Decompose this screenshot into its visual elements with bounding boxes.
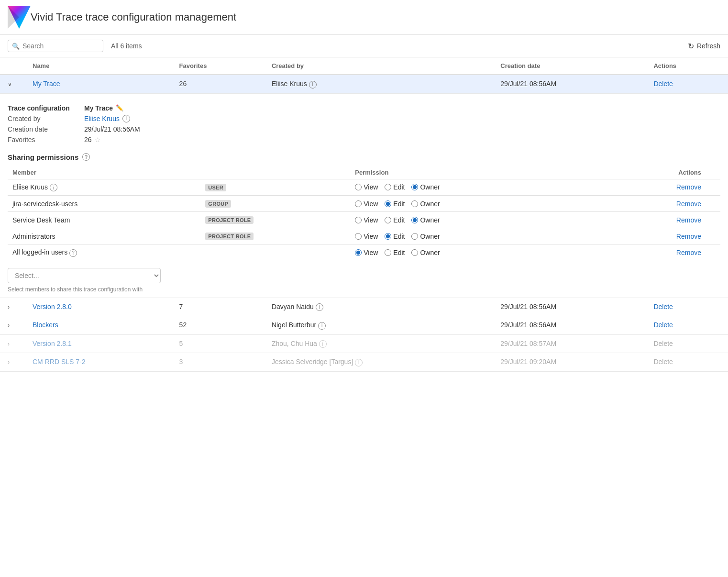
row-created-by: Davyan Naidu i — [264, 298, 493, 316]
detail-grid: Trace configuration My Trace ✏️ Created … — [8, 104, 720, 144]
col-created-by: Created by — [264, 57, 493, 75]
perm-edit-option[interactable]: Edit — [385, 249, 405, 256]
refresh-button[interactable]: ↻ Refresh — [688, 42, 720, 51]
perm-col-actions: Actions — [594, 166, 720, 179]
delete-button[interactable]: Delete — [653, 321, 673, 329]
table-row: ∨ My Trace 26 Eliise Kruus i 29/Jul/21 0… — [0, 75, 728, 93]
delete-button[interactable]: Delete — [653, 80, 673, 88]
item-count: All 6 items — [111, 42, 142, 50]
perm-owner-option[interactable]: Owner — [411, 249, 440, 256]
search-box[interactable]: 🔍 — [8, 40, 103, 52]
row-name-link[interactable]: Blockers — [33, 321, 58, 329]
info-icon[interactable]: ? — [69, 249, 77, 257]
collapse-chevron[interactable]: ∨ — [8, 81, 17, 88]
info-icon[interactable]: i — [355, 359, 363, 366]
trace-config-label: Trace configuration — [8, 104, 84, 112]
remove-button[interactable]: Remove — [676, 249, 701, 256]
perm-owner-option[interactable]: Owner — [411, 200, 440, 208]
table-row: › Version 2.8.0 7 Davyan Naidu i 29/Jul/… — [0, 298, 728, 316]
perm-view-option[interactable]: View — [355, 216, 378, 224]
perm-member-name: All logged-in users ? — [8, 244, 200, 261]
remove-button[interactable]: Remove — [676, 200, 701, 208]
perm-col-permission: Permission — [350, 166, 594, 179]
detail-section: Trace configuration My Trace ✏️ Created … — [8, 99, 720, 293]
perm-badge: PROJECT ROLE — [205, 233, 254, 240]
permission-radio-group: View Edit Owner — [355, 216, 589, 224]
perm-col-member: Member — [8, 166, 200, 179]
page-title: Vivid Trace trace configuration manageme… — [31, 11, 236, 23]
perm-badge: USER — [205, 184, 226, 191]
perm-view-option[interactable]: View — [355, 200, 378, 208]
trace-config-value: My Trace ✏️ — [84, 104, 720, 112]
expand-chevron[interactable]: › — [8, 359, 17, 366]
perm-row: Eliise Kruus i USER View — [8, 179, 720, 196]
delete-button[interactable]: Delete — [653, 358, 673, 366]
refresh-label: Refresh — [697, 42, 720, 50]
perm-view-option[interactable]: View — [355, 183, 378, 191]
delete-button[interactable]: Delete — [653, 303, 673, 311]
perm-owner-option[interactable]: Owner — [411, 216, 440, 224]
table-row: › CM RRD SLS 7-2 3 Jessica Selveridge [T… — [0, 353, 728, 372]
edit-icon[interactable]: ✏️ — [116, 104, 123, 111]
row-creation-date: 29/Jul/21 08:56AM — [493, 75, 646, 93]
created-by-link[interactable]: Eliise Kruus — [84, 115, 120, 122]
row-name-link[interactable]: My Trace — [33, 80, 60, 88]
perm-owner-option[interactable]: Owner — [411, 183, 440, 191]
row-name-link[interactable]: Version 2.8.1 — [33, 340, 72, 347]
star-icon[interactable]: ☆ — [95, 136, 101, 144]
perm-view-option[interactable]: View — [355, 249, 378, 256]
perm-edit-option[interactable]: Edit — [385, 216, 405, 224]
search-input[interactable] — [22, 42, 99, 50]
remove-button[interactable]: Remove — [676, 183, 701, 191]
info-icon[interactable]: i — [50, 184, 57, 191]
perm-member-name: jira-servicedesk-users — [8, 196, 200, 212]
perm-edit-option[interactable]: Edit — [385, 183, 405, 191]
favorites-label: Favorites — [8, 136, 84, 144]
row-name-link[interactable]: CM RRD SLS 7-2 — [33, 358, 85, 366]
col-expand — [0, 57, 25, 75]
perm-row: Service Desk Team PROJECT ROLE View Edi — [8, 212, 720, 228]
perm-badge: PROJECT ROLE — [205, 216, 254, 224]
perm-badge: GROUP — [205, 200, 231, 208]
created-by-label: Created by — [8, 115, 84, 122]
perm-member-name: Service Desk Team — [8, 212, 200, 228]
expand-chevron[interactable]: › — [8, 304, 17, 311]
permissions-table: Member Permission Actions Eliise Kruus — [8, 166, 720, 261]
row-favorites: 5 — [172, 334, 264, 353]
row-name-link[interactable]: Version 2.8.0 — [33, 303, 72, 311]
info-icon[interactable]: i — [319, 340, 327, 348]
info-icon[interactable]: i — [309, 81, 317, 89]
table-row: › Version 2.8.1 5 Zhou, Chu Hua i 29/Jul… — [0, 334, 728, 353]
row-creation-date: 29/Jul/21 08:56AM — [493, 316, 646, 335]
sharing-info-icon[interactable]: ? — [82, 153, 90, 161]
col-favorites: Favorites — [172, 57, 264, 75]
info-icon[interactable]: i — [318, 322, 326, 330]
perm-view-option[interactable]: View — [355, 233, 378, 240]
permission-radio-group: View Edit Owner — [355, 233, 589, 240]
row-creation-date: 29/Jul/21 09:20AM — [493, 353, 646, 372]
table-row: › Blockers 52 Nigel Butterbur i 29/Jul/2… — [0, 316, 728, 335]
perm-edit-option[interactable]: Edit — [385, 200, 405, 208]
row-creation-date: 29/Jul/21 08:57AM — [493, 334, 646, 353]
info-icon[interactable]: i — [316, 303, 323, 311]
col-creation-date: Creation date — [493, 57, 646, 75]
toolbar: 🔍 All 6 items ↻ Refresh — [0, 35, 728, 57]
row-favorites: 52 — [172, 316, 264, 335]
row-created-by: Nigel Butterbur i — [264, 316, 493, 335]
remove-button[interactable]: Remove — [676, 233, 701, 240]
row-favorites: 7 — [172, 298, 264, 316]
perm-edit-option[interactable]: Edit — [385, 233, 405, 240]
remove-button[interactable]: Remove — [676, 216, 701, 224]
delete-button[interactable]: Delete — [653, 340, 673, 347]
member-select[interactable]: Select... — [8, 268, 161, 283]
expand-chevron[interactable]: › — [8, 322, 17, 329]
perm-col-badge — [200, 166, 350, 179]
permission-radio-group: View Edit Owner — [355, 200, 589, 208]
info-icon[interactable]: i — [122, 115, 130, 122]
app-logo — [8, 6, 31, 29]
perm-owner-option[interactable]: Owner — [411, 233, 440, 240]
sharing-title: Sharing permissions ? — [8, 153, 720, 161]
col-actions: Actions — [646, 57, 728, 75]
expand-chevron[interactable]: › — [8, 341, 17, 347]
creation-date-label: Creation date — [8, 125, 84, 133]
